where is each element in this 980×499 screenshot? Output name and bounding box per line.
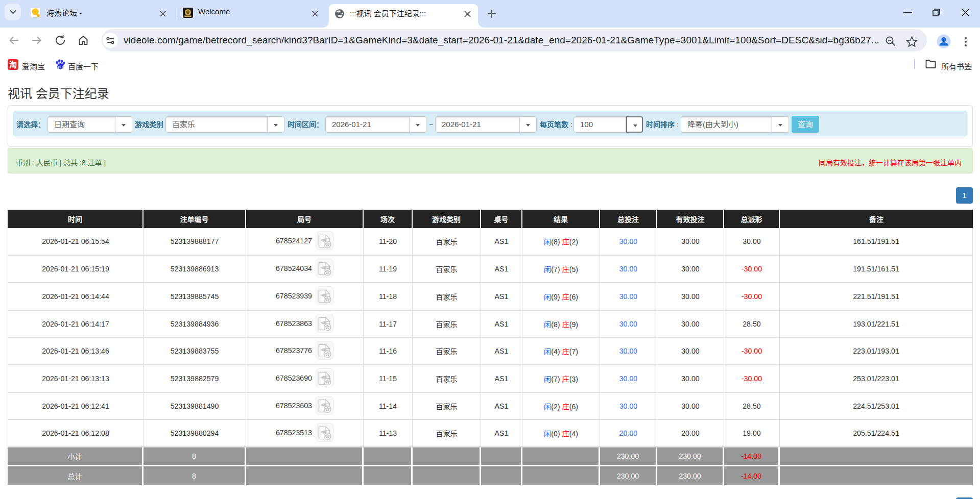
svg-text:du: du — [58, 64, 63, 69]
